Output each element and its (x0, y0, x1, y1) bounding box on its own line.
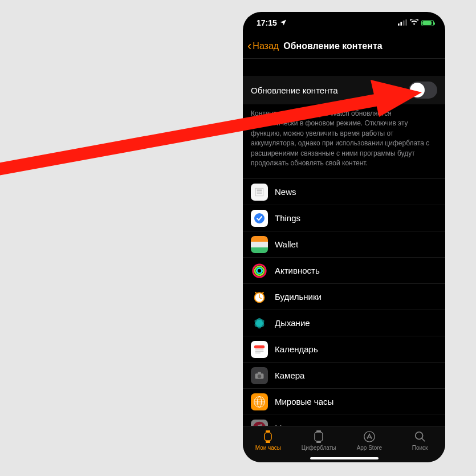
back-button[interactable]: ‹ Назад (247, 40, 279, 52)
svg-rect-37 (316, 430, 321, 432)
toggle-knob (410, 83, 425, 97)
svg-rect-34 (266, 430, 270, 432)
svg-line-41 (421, 438, 425, 442)
app-label: News (275, 187, 296, 197)
app-row-alarm[interactable]: Будильники (243, 283, 445, 310)
battery-icon (421, 20, 434, 26)
chevron-left-icon: ‹ (247, 40, 251, 52)
tab-my-watch[interactable]: Мои часы (243, 430, 294, 451)
svg-rect-25 (258, 372, 261, 374)
app-row-things[interactable]: Things (243, 205, 445, 231)
svg-rect-0 (398, 23, 400, 26)
svg-rect-6 (257, 192, 262, 192)
svg-point-24 (258, 375, 262, 379)
svg-rect-19 (255, 349, 264, 350)
app-label: Дыхание (275, 318, 310, 328)
page-title: Обновление контента (279, 41, 441, 51)
breathe-icon (251, 315, 268, 332)
faces-icon (312, 430, 326, 444)
status-time: 17:15 (257, 18, 277, 27)
app-label: Things (275, 213, 300, 223)
tab-label: App Store (357, 445, 382, 451)
search-icon (413, 430, 427, 444)
app-label: Камера (275, 371, 304, 380)
app-row-news[interactable]: News (243, 178, 445, 205)
news-icon (251, 184, 268, 201)
back-label: Назад (253, 41, 279, 51)
svg-rect-18 (254, 345, 265, 349)
tab-label: Мои часы (255, 445, 281, 451)
worldclock-icon (251, 393, 268, 410)
tab-bar: Мои часы Циферблаты App Store Поиск (243, 426, 445, 462)
wallet-icon (251, 236, 268, 253)
svg-rect-38 (316, 441, 321, 443)
home-indicator[interactable] (310, 457, 379, 459)
svg-point-39 (364, 432, 375, 442)
svg-rect-21 (255, 352, 261, 353)
content-scroll[interactable]: Обновление контента Контент программ App… (243, 59, 445, 426)
app-row-camera[interactable]: Камера (243, 362, 445, 388)
app-list: News Things Wallet (243, 178, 445, 426)
svg-rect-36 (315, 432, 323, 441)
content-refresh-label: Обновление контента (251, 86, 338, 95)
svg-rect-1 (400, 22, 402, 26)
app-row-breathe[interactable]: Дыхание (243, 310, 445, 336)
phone-frame: 17:15 ‹ Назад Обновлени (243, 12, 445, 462)
calendar-icon (251, 341, 268, 358)
wifi-icon (410, 18, 418, 27)
tab-label: Поиск (412, 445, 428, 451)
appstore-icon (363, 430, 376, 444)
notch (302, 12, 387, 26)
app-label: Активность (275, 266, 320, 275)
content-refresh-toggle[interactable] (409, 82, 437, 99)
app-label: Будильники (275, 292, 322, 302)
watch-icon (261, 430, 275, 444)
app-row-wallet[interactable]: Wallet (243, 231, 445, 257)
app-label: Wallet (275, 239, 298, 249)
app-row-music[interactable]: Музыка (243, 414, 445, 426)
svg-rect-3 (405, 19, 407, 26)
content-refresh-row: Обновление контента (243, 76, 445, 104)
description-text: Контент программ Apple Watch обновляется… (243, 104, 445, 178)
tab-label: Циферблаты (302, 445, 336, 451)
svg-rect-20 (255, 351, 264, 352)
svg-point-40 (415, 432, 422, 440)
svg-rect-5 (257, 189, 262, 190)
svg-point-8 (254, 213, 265, 223)
app-label: Календарь (275, 344, 318, 354)
activity-icon (251, 262, 268, 279)
app-row-activity[interactable]: Активность (243, 257, 445, 283)
svg-rect-2 (403, 21, 405, 26)
tab-faces[interactable]: Циферблаты (294, 430, 344, 451)
svg-rect-7 (257, 193, 262, 193)
svg-point-11 (257, 268, 262, 273)
alarm-icon (251, 288, 268, 306)
things-icon (251, 210, 268, 227)
music-icon (251, 420, 268, 426)
camera-icon (251, 367, 268, 384)
tab-search[interactable]: Поиск (394, 430, 445, 451)
signal-icon (398, 18, 407, 27)
svg-rect-35 (266, 441, 270, 443)
app-label: Мировые часы (275, 397, 333, 406)
nav-bar: ‹ Назад Обновление контента (243, 34, 445, 59)
location-icon (280, 18, 287, 27)
app-row-calendar[interactable]: Календарь (243, 336, 445, 362)
tab-appstore[interactable]: App Store (344, 430, 395, 451)
svg-rect-33 (265, 433, 271, 441)
app-row-worldclock[interactable]: Мировые часы (243, 388, 445, 414)
